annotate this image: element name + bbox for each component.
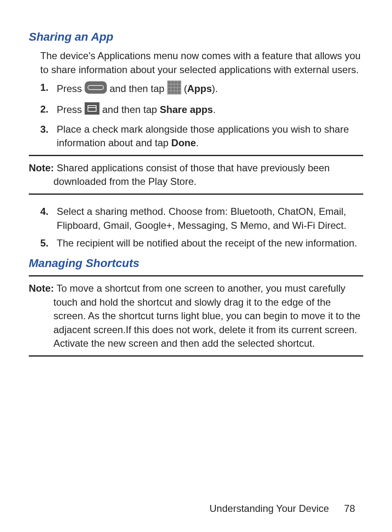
step-number: 2.	[40, 102, 57, 118]
svg-rect-8	[171, 85, 174, 87]
step-text: Press	[57, 83, 85, 94]
step-text: Select a sharing method. Choose from: Bl…	[57, 205, 363, 232]
chapter-title: Understanding Your Device	[210, 503, 329, 514]
note-block-shortcuts: Note: To move a shortcut from one screen…	[29, 275, 363, 357]
step-text: The recipient will be notified about the…	[57, 236, 363, 250]
step-2: 2. Press and then tap Share apps.	[40, 102, 363, 118]
svg-rect-9	[175, 85, 177, 87]
step-3: 3. Place a check mark alongside those ap…	[40, 122, 363, 150]
note-text: To move a shortcut from one screen to an…	[53, 283, 360, 349]
share-apps-label: Share apps	[160, 104, 213, 115]
step-number: 3.	[40, 122, 57, 150]
apps-grid-icon	[167, 81, 181, 98]
step-4: 4. Select a sharing method. Choose from:…	[40, 205, 363, 232]
svg-rect-15	[168, 91, 171, 94]
apps-label: Apps	[187, 83, 212, 94]
svg-rect-5	[175, 81, 177, 84]
page-footer: Understanding Your Device 78	[210, 502, 355, 516]
note-block-shared-apps: Note: Shared applications consist of tho…	[29, 155, 363, 195]
step-number: 5.	[40, 236, 57, 250]
step-number: 4.	[40, 205, 57, 232]
intro-paragraph: The device's Applications menu now comes…	[40, 49, 363, 76]
svg-rect-16	[171, 91, 174, 94]
svg-rect-14	[178, 88, 180, 90]
home-button-icon	[85, 81, 107, 97]
svg-rect-7	[168, 85, 171, 87]
svg-rect-17	[175, 91, 177, 94]
svg-rect-6	[178, 81, 180, 84]
section-heading-shortcuts: Managing Shortcuts	[29, 255, 363, 271]
step-text: and then tap	[102, 104, 160, 115]
svg-rect-4	[171, 81, 174, 84]
svg-rect-18	[178, 91, 180, 94]
svg-rect-13	[175, 88, 177, 90]
step-text: Place a check mark alongside those appli…	[57, 124, 349, 149]
step-text: Press	[57, 104, 85, 115]
step-1: 1. Press and then tap (Apps).	[40, 81, 363, 98]
note-label: Note:	[29, 162, 54, 173]
section-heading-sharing: Sharing an App	[29, 29, 363, 45]
step-text: .	[213, 104, 216, 115]
svg-rect-12	[171, 88, 174, 90]
svg-rect-3	[168, 81, 171, 84]
step-text: .	[196, 137, 199, 148]
step-text: ).	[212, 83, 218, 94]
done-label: Done	[171, 137, 196, 148]
step-5: 5. The recipient will be notified about …	[40, 236, 363, 250]
step-text: and then tap	[110, 83, 167, 94]
note-text: Shared applications consist of those tha…	[53, 162, 330, 187]
menu-button-icon	[85, 102, 99, 118]
svg-rect-19	[85, 102, 99, 115]
note-label: Note:	[29, 283, 54, 294]
svg-rect-10	[178, 85, 180, 87]
page-number: 78	[344, 503, 355, 514]
step-number: 1.	[40, 81, 57, 98]
svg-rect-11	[168, 88, 171, 90]
